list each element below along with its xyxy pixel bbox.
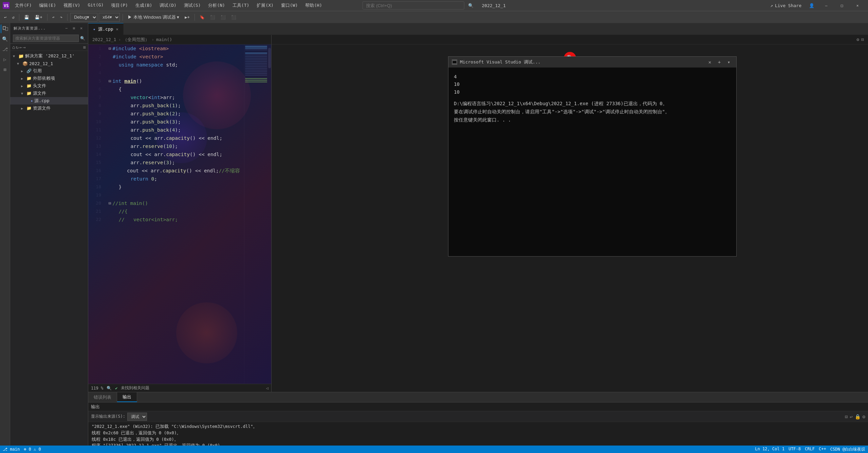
fold-icon-20[interactable]: ⊟	[109, 199, 111, 207]
close-button[interactable]: ✕	[850, 0, 865, 11]
status-errors[interactable]: ⊗ 0 ⚠ 0	[24, 447, 41, 452]
tab-close-icon[interactable]: ✕	[116, 27, 118, 32]
output-toolbar-btn-lock[interactable]: 🔒	[855, 414, 861, 419]
tree-references[interactable]: ▶ 🔗 引用	[10, 67, 88, 75]
output-toolbar-btn-clear[interactable]: ⊡	[845, 414, 848, 419]
menu-tools[interactable]: 工具(T)	[229, 1, 253, 10]
tree-arrow-ref: ▶	[21, 69, 25, 73]
console-close-button[interactable]: ✕	[706, 58, 714, 66]
console-num-3: 10	[454, 88, 731, 96]
tree-external-deps[interactable]: ▶ 📁 外部依赖项	[10, 75, 88, 82]
tree-project[interactable]: ▼ 📦 2022_12_1	[10, 60, 88, 67]
status-encoding[interactable]: UTF-8	[789, 447, 801, 452]
tree-solution[interactable]: ▼ 📁 解决方案 '2022_12_1'	[10, 52, 88, 60]
sidebar-collapse-icon[interactable]: −	[63, 25, 70, 31]
output-source-label: 显示输出来源(S):	[91, 414, 125, 419]
status-language[interactable]: C++	[819, 447, 826, 452]
console-window-icon	[452, 59, 457, 65]
menu-edit[interactable]: 编辑(E)	[36, 1, 59, 10]
toolbar-btn-back[interactable]: ↩	[2, 14, 8, 21]
tree-label-res: 资源文件	[33, 105, 51, 111]
vertical-scrollbar[interactable]	[268, 44, 271, 384]
menu-window[interactable]: 窗口(W)	[278, 1, 301, 10]
menu-git[interactable]: Git(G)	[84, 1, 107, 10]
tree-resources[interactable]: ▶ 📁 资源文件	[10, 105, 88, 112]
console-dropdown-button[interactable]: ▾	[725, 58, 733, 66]
search-input[interactable]	[362, 1, 464, 10]
code-line-9: arr.push_back(2);	[109, 110, 240, 118]
output-toolbar-btn-settings[interactable]: ⚙	[863, 414, 865, 419]
output-source-select[interactable]: 调试	[127, 413, 147, 421]
user-avatar[interactable]: 👤	[809, 3, 814, 8]
console-output-numbers: 4 10 10	[454, 73, 731, 96]
toolbar-btn-save[interactable]: 💾	[22, 14, 31, 21]
output-toolbar-btn-wrap[interactable]: ↩	[850, 414, 852, 419]
menu-analyze[interactable]: 分析(N)	[205, 1, 228, 10]
toolbar-btn-b3[interactable]: ⬛	[219, 14, 228, 21]
fold-icon-1[interactable]: ⊟	[109, 44, 111, 53]
activity-git[interactable]: ⎇	[1, 45, 10, 54]
menu-build[interactable]: 生成(B)	[132, 1, 155, 10]
menu-project[interactable]: 项目(P)	[108, 1, 131, 10]
code-content[interactable]: ⊟ #include <iostream> #include <vector> …	[105, 44, 244, 384]
activity-extensions[interactable]: ⊞	[1, 65, 10, 74]
activity-debug[interactable]: ▷	[1, 55, 10, 64]
sidebar-sync-icon[interactable]: ↻	[16, 44, 18, 50]
toolbar-btn-forward[interactable]: ↺	[10, 14, 16, 21]
menu-test[interactable]: 测试(S)	[181, 1, 204, 10]
fold-icon-5[interactable]: ⊟	[109, 77, 111, 85]
maximize-button[interactable]: □	[834, 0, 850, 11]
title-center: 🔍 2022_12_1	[362, 1, 505, 10]
zoom-level: 119 %	[91, 386, 103, 391]
live-share-button[interactable]: ↗ Live Share	[767, 2, 805, 10]
breadcrumb-project[interactable]: 2022_12_1	[92, 37, 116, 42]
sidebar-filter-icon[interactable]: ≡	[71, 25, 77, 31]
breadcrumb-func[interactable]: main()	[156, 37, 172, 42]
menu-view[interactable]: 视图(V)	[60, 1, 84, 10]
status-git[interactable]: ⎇ main	[3, 447, 20, 452]
toolbar-btn-redo[interactable]: ↷	[58, 14, 64, 21]
sidebar-more-icon[interactable]: ≡	[83, 44, 86, 50]
toolbar-btn-b2[interactable]: ⬛	[208, 14, 217, 21]
console-add-tab-button[interactable]: +	[715, 58, 723, 66]
status-line-ending[interactable]: CRLF	[805, 447, 815, 452]
menu-file[interactable]: 文件(F)	[12, 1, 35, 10]
debug-config-dropdown[interactable]: Debug▾	[70, 13, 97, 22]
tree-label-ext: 外部依赖项	[33, 75, 55, 81]
status-position[interactable]: Ln 12, Col 1	[755, 447, 784, 452]
breadcrumb-right-settings[interactable]: ⚙	[856, 37, 859, 42]
sidebar-search-input[interactable]	[13, 35, 79, 42]
tree-headers[interactable]: ▶ 📁 头文件	[10, 82, 88, 90]
tab-output[interactable]: 输出	[117, 392, 137, 402]
sidebar-nav-back-icon[interactable]: ←	[19, 44, 22, 50]
sidebar-nav-fwd-icon[interactable]: →	[23, 44, 25, 50]
tab-source-cpp[interactable]: ✦ 源.cpp ✕	[88, 23, 124, 35]
sidebar-home-icon[interactable]: ⌂	[12, 44, 15, 50]
menu-help[interactable]: 帮助(H)	[302, 1, 325, 10]
breadcrumb-scope[interactable]: （全局范围）	[123, 37, 149, 43]
menu-debug[interactable]: 调试(D)	[156, 1, 180, 10]
toolbar-btn-b4[interactable]: ⬛	[229, 14, 238, 21]
toolbar-btn-attach[interactable]: ▶+	[183, 14, 191, 21]
activity-search[interactable]: 🔍	[1, 35, 10, 43]
tree-arrow-header: ▶	[21, 84, 25, 88]
platform-dropdown[interactable]: x64▾	[99, 13, 120, 22]
toolbar-btn-undo[interactable]: ↶	[50, 14, 57, 21]
breadcrumb-right-collapse[interactable]: ⊟	[861, 37, 864, 42]
toolbar-btn-b1[interactable]: 🔖	[198, 14, 207, 21]
tree-arrow-sources: ▼	[21, 92, 25, 95]
run-debugger-button[interactable]: ▶ 本地 Windows 调试器 ▾	[126, 14, 181, 20]
tree-sources[interactable]: ▼ 📁 源文件	[10, 90, 88, 97]
activity-explorer[interactable]	[1, 24, 10, 33]
minimize-button[interactable]: —	[818, 0, 834, 11]
scrollbar-thumb[interactable]	[268, 48, 271, 68]
toolbar-btn-saveall[interactable]: 💾+	[33, 14, 44, 21]
console-title-text: Microsoft Visual Studio 调试...	[460, 59, 703, 65]
tab-errors[interactable]: 错误列表	[88, 392, 117, 402]
project-title: 2022_12_1	[482, 3, 505, 8]
output-toolbar: 显示输出来源(S): 调试 ⊡ ↩ 🔒 ⚙	[88, 411, 868, 422]
tree-source-cpp[interactable]: ▶ ✦ 源.cpp	[10, 97, 88, 105]
sidebar-close-icon[interactable]: ✕	[78, 25, 85, 31]
menu-extensions[interactable]: 扩展(X)	[253, 1, 277, 10]
code-line-3: using namespace std;	[109, 61, 240, 69]
